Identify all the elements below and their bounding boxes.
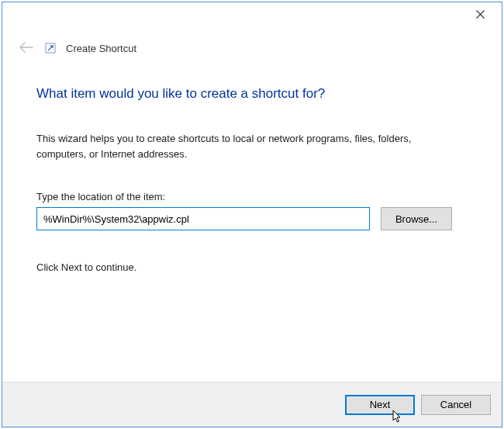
browse-button[interactable]: Browse... — [381, 207, 452, 230]
close-button[interactable] — [464, 5, 495, 24]
location-row: Browse... — [36, 207, 468, 230]
back-button[interactable] — [18, 40, 35, 57]
wizard-footer: Next Cancel — [2, 382, 502, 427]
wizard-description: This wizard helps you to create shortcut… — [36, 131, 455, 161]
location-label: Type the location of the item: — [36, 191, 468, 202]
cancel-button[interactable]: Cancel — [421, 395, 491, 415]
next-button[interactable]: Next — [345, 395, 415, 415]
create-shortcut-wizard: Create Shortcut What item would you like… — [2, 2, 502, 427]
continue-hint: Click Next to continue. — [36, 261, 468, 273]
page-heading: What item would you like to create a sho… — [36, 86, 468, 102]
shortcut-icon — [44, 42, 57, 54]
back-arrow-icon — [19, 42, 33, 55]
titlebar — [2, 2, 502, 26]
wizard-title: Create Shortcut — [66, 43, 136, 54]
wizard-header: Create Shortcut — [2, 26, 502, 63]
location-input[interactable] — [36, 207, 370, 230]
wizard-content: What item would you like to create a sho… — [2, 63, 502, 382]
close-icon — [476, 9, 485, 21]
